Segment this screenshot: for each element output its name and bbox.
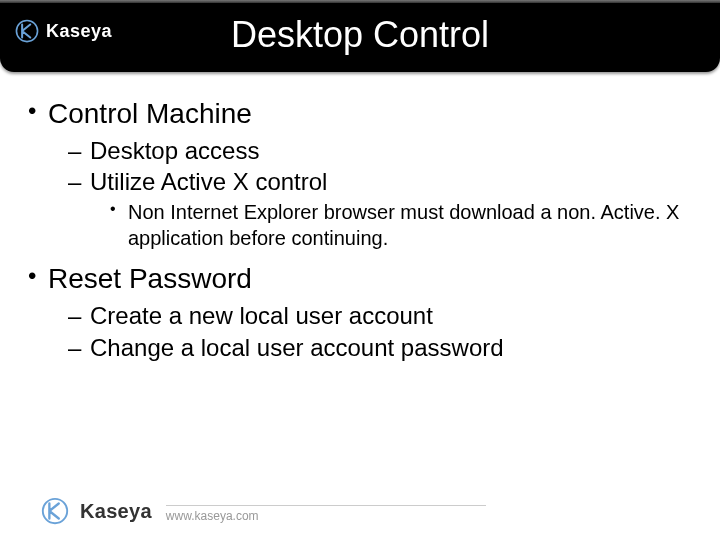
footer-text-wrap: Kaseya www.kaseya.com xyxy=(80,500,486,523)
list-item: Create a new local user account xyxy=(68,300,696,331)
slide-title: Desktop Control xyxy=(0,14,720,56)
svg-point-1 xyxy=(43,499,67,523)
list-item: Desktop access xyxy=(68,135,696,166)
bullet-l1: Reset Password xyxy=(24,261,696,296)
bullet-l2: Change a local user account password xyxy=(68,332,696,363)
bullet-l3: Non Internet Explorer browser must downl… xyxy=(110,199,696,251)
footer-url: www.kaseya.com xyxy=(166,505,486,523)
bullet-l2: Create a new local user account xyxy=(68,300,696,331)
header-band: Kaseya Desktop Control xyxy=(0,0,720,72)
footer-brand-text: Kaseya xyxy=(80,500,152,523)
bullet-list: Control Machine Desktop access Utilize A… xyxy=(24,96,696,363)
content-area: Control Machine Desktop access Utilize A… xyxy=(24,96,696,373)
bullet-l1: Control Machine xyxy=(24,96,696,131)
bullet-l2: Utilize Active X control xyxy=(68,166,696,197)
list-item: Change a local user account password xyxy=(68,332,696,363)
list-item: Utilize Active X control Non Internet Ex… xyxy=(68,166,696,251)
bullet-l2: Desktop access xyxy=(68,135,696,166)
list-item: Reset Password Create a new local user a… xyxy=(24,261,696,362)
footer-logo-icon xyxy=(40,496,70,526)
slide: Kaseya Desktop Control Control Machine D… xyxy=(0,0,720,540)
footer: Kaseya www.kaseya.com xyxy=(40,496,486,526)
list-item: Control Machine Desktop access Utilize A… xyxy=(24,96,696,251)
list-item: Non Internet Explorer browser must downl… xyxy=(110,199,696,251)
